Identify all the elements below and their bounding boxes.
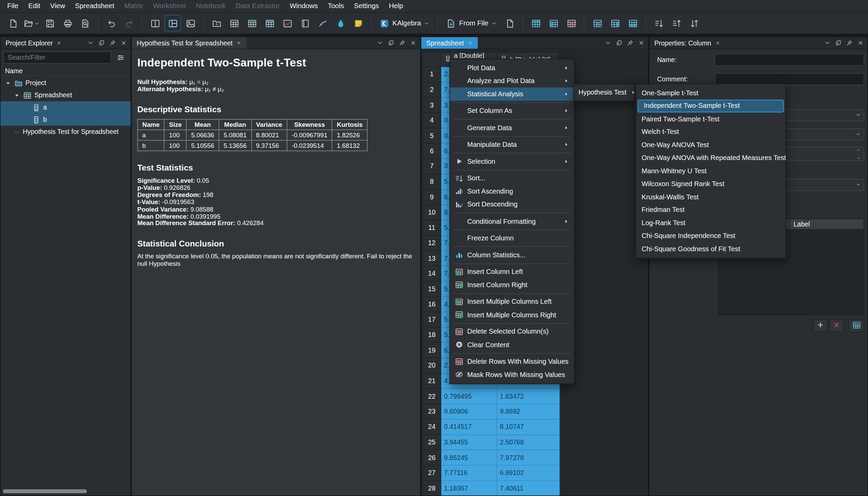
document-tab[interactable]: Hypothesis Test for Spreadsheet — [132, 37, 247, 48]
new-matrix-button[interactable] — [261, 15, 278, 32]
new-worksheet-button[interactable] — [279, 15, 296, 32]
close-icon[interactable] — [715, 40, 720, 45]
menu-notebook[interactable]: Notebook — [191, 1, 231, 12]
tree-item-spreadsheet[interactable]: Spreadsheet — [1, 89, 131, 102]
context-menu-item-freeze-column[interactable]: Freeze Column — [450, 232, 574, 245]
submenu-item-chi-square-independence-test[interactable]: Chi-Square Independence Test — [636, 230, 786, 243]
new-spreadsheet-button[interactable] — [244, 15, 260, 32]
row-header-27[interactable]: 27 — [422, 465, 441, 481]
context-menu-item-set-column-as[interactable]: Set Column As — [450, 105, 574, 117]
tree-item-hypothesis-test-for-spreadsheet[interactable]: Hypothesis Test for Spreadsheet — [1, 126, 131, 138]
submenu-item-mann-whitney-u-test[interactable]: Mann-Whitney U Test — [636, 165, 786, 177]
properties-tab[interactable]: Properties: Column — [649, 37, 725, 48]
scrollbar-thumb[interactable] — [3, 489, 87, 493]
context-menu-item-statistical-analysis[interactable]: Statistical Analysis — [450, 88, 574, 100]
menu-view[interactable]: View — [45, 1, 70, 12]
submenu-item-one-way-anova-test[interactable]: One-Way ANOVA Test — [636, 138, 786, 151]
close-icon[interactable] — [57, 40, 62, 45]
row-header-26[interactable]: 26 — [422, 450, 441, 465]
document-new-button[interactable] — [5, 15, 22, 32]
chevron-down-icon[interactable] — [88, 40, 94, 46]
tree-item-b[interactable]: b — [1, 113, 131, 126]
new-workbook-button[interactable] — [226, 15, 243, 32]
row-header-6[interactable]: 6 — [422, 144, 441, 159]
table-ins-1-button[interactable] — [589, 15, 606, 32]
row-header-11[interactable]: 11 — [422, 220, 441, 236]
pin-icon[interactable] — [846, 40, 852, 46]
add-button[interactable] — [813, 319, 827, 332]
menu-edit[interactable]: Edit — [24, 1, 45, 12]
row-header-16[interactable]: 16 — [422, 297, 441, 312]
close-icon[interactable] — [468, 40, 473, 45]
from-file-button[interactable] — [502, 15, 518, 32]
chevron-down-icon[interactable] — [605, 40, 611, 46]
menu-spreadsheet[interactable]: Spreadsheet — [70, 1, 119, 12]
context-menu-item-delete-rows-with-missing-values[interactable]: Delete Rows With Missing Values — [450, 355, 574, 368]
cell-a-27[interactable]: 7.77116 — [441, 465, 497, 481]
sort-az-button[interactable] — [651, 15, 667, 32]
submenu-item-friedman-test[interactable]: Friedman Test — [636, 203, 786, 216]
row-header-24[interactable]: 24 — [422, 419, 441, 435]
horizontal-scrollbar[interactable] — [3, 489, 127, 493]
context-menu-item-generate-data[interactable]: Generate Data — [450, 121, 574, 134]
row-header-10[interactable]: 10 — [422, 205, 441, 220]
close-icon[interactable] — [121, 40, 127, 46]
float-icon[interactable] — [99, 40, 105, 46]
row-header-23[interactable]: 23 — [422, 404, 441, 419]
context-menu-item-insert-multiple-columns-right[interactable]: Insert Multiple Columns Right — [450, 308, 574, 321]
menu-data-extractor[interactable]: Data Extractor — [231, 1, 285, 12]
row-header-20[interactable]: 20 — [422, 358, 441, 373]
tree-item-a[interactable]: a — [1, 102, 131, 113]
menu-windows[interactable]: Windows — [285, 1, 323, 12]
submenu-item-one-sample-t-test[interactable]: One-Sample t-Test — [636, 87, 786, 99]
table-blue-1-button[interactable] — [528, 15, 544, 32]
pin-icon[interactable] — [399, 40, 405, 46]
submenu-item-chi-square-goodness-of-fit-test[interactable]: Chi-Square Goodness of Fit Test — [636, 243, 786, 255]
float-icon[interactable] — [388, 40, 394, 46]
row-header-4[interactable]: 4 — [422, 113, 441, 128]
close-icon[interactable] — [236, 40, 242, 45]
spin-up-icon[interactable] — [856, 146, 861, 154]
sort-custom-button[interactable] — [686, 15, 702, 32]
note-button[interactable] — [350, 15, 367, 32]
submenu-item-log-rank-test[interactable]: Log-Rank Test — [636, 216, 786, 229]
submenu-item-welch-t-test[interactable]: Welch t-Test — [636, 125, 786, 138]
cell-b-24[interactable]: 8.10747 — [497, 419, 559, 435]
row-header-25[interactable]: 25 — [422, 435, 441, 450]
submenu-item-hypothesis-test[interactable]: Hypothesis Test — [574, 86, 635, 99]
ink-drop-button[interactable] — [332, 15, 349, 32]
submenu-item-wilcoxon-signed-rank-test[interactable]: Wilcoxon Signed Rank Test — [636, 177, 786, 190]
row-header-14[interactable]: 14 — [422, 266, 441, 281]
menu-help[interactable]: Help — [384, 1, 408, 12]
cell-b-25[interactable]: 2.50768 — [497, 435, 559, 450]
print-preview-button[interactable] — [77, 15, 94, 32]
row-header-8[interactable]: 8 — [422, 174, 441, 189]
new-datapicker-button[interactable] — [314, 15, 331, 32]
cell-a-24[interactable]: 0.414517 — [441, 419, 497, 435]
table-blue-2-button[interactable] — [545, 15, 562, 32]
row-header-5[interactable]: 5 — [422, 128, 441, 143]
edit-undo-button[interactable] — [103, 15, 120, 32]
layout-cols-button[interactable] — [165, 15, 181, 32]
corner-cell[interactable] — [422, 52, 441, 67]
cell-b-28[interactable]: 7.40611 — [497, 481, 559, 495]
row-header-9[interactable]: 9 — [422, 189, 441, 205]
context-menu-item-mask-rows-with-missing-values[interactable]: Mask Rows With Missing Values — [450, 368, 574, 381]
cell-a-23[interactable]: 9.60906 — [441, 404, 497, 419]
row-header-28[interactable]: 28 — [422, 481, 441, 495]
close-icon[interactable] — [410, 40, 416, 46]
expander-icon[interactable] — [13, 92, 21, 98]
menu-file[interactable]: File — [2, 1, 24, 12]
column-name-input[interactable] — [715, 53, 864, 66]
context-menu-item-sort[interactable]: Sort... — [450, 172, 574, 185]
context-menu-item-selection[interactable]: Selection — [450, 155, 574, 168]
context-menu-item-conditional-formatting[interactable]: Conditional Formatting — [450, 215, 574, 228]
spin-down-icon[interactable] — [856, 154, 861, 162]
tree-item-project[interactable]: Project — [1, 77, 131, 89]
context-menu-item-insert-column-left[interactable]: Insert Column Left — [450, 265, 574, 278]
new-folder-button[interactable] — [208, 15, 225, 32]
row-header-2[interactable]: 2 — [422, 82, 441, 98]
menu-worksheet[interactable]: Worksheet — [148, 1, 191, 12]
submenu-item-kruskal-wallis-test[interactable]: Kruskal-Wallis Test — [636, 190, 786, 203]
context-menu-item-manipulate-data[interactable]: Manipulate Data — [450, 138, 574, 151]
